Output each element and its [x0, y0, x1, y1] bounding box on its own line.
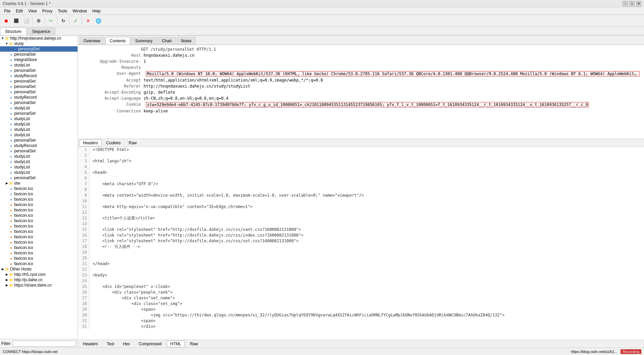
sub-tab-cookies[interactable]: Cookies: [102, 140, 124, 146]
tree-item-studylist-7[interactable]: ● studyList: [0, 154, 77, 159]
circle-icon: ●: [9, 154, 13, 159]
settings-button[interactable]: ⚙: [34, 16, 43, 26]
tree-favicon-3[interactable]: ● favicon.ico: [0, 197, 77, 202]
tree-item-studylist-8[interactable]: ● studyList: [0, 159, 77, 164]
maximize-button[interactable]: □: [629, 1, 635, 6]
tree-favicon-9[interactable]: ● favicon.ico: [0, 229, 77, 234]
menu-view[interactable]: View: [25, 7, 40, 14]
menu-window[interactable]: Window: [70, 7, 90, 14]
check-button[interactable]: ✓: [71, 16, 80, 26]
tree-favicon-12[interactable]: ● favicon.ico: [0, 245, 77, 250]
tree-other-hosts[interactable]: ▶ 📁 Other Hosts: [0, 266, 77, 272]
tree-h5-host[interactable]: ▶ 📁 http://h5.cyol.com: [0, 272, 77, 277]
resp-tab-headers[interactable]: Headers: [79, 341, 102, 347]
circle-icon: ●: [9, 73, 13, 78]
tree-item-personalset-8[interactable]: ● personalSet: [0, 111, 77, 116]
tab-overview[interactable]: Overview: [79, 37, 105, 45]
tree-favicon-14[interactable]: ● favicon.ico: [0, 256, 77, 261]
folder-icon: 📁: [9, 272, 13, 277]
tab-summary[interactable]: Summary: [131, 37, 157, 45]
item-label: studyList: [14, 63, 30, 67]
tree-favicon-1[interactable]: ● favicon.ico: [0, 186, 77, 191]
tree-share-host[interactable]: ▶ 📁 https://share.dahe.cn: [0, 283, 77, 288]
tree-item-personalset-1[interactable]: ● personalSet: [0, 46, 77, 52]
tree-item-integralstore[interactable]: ● integralStore: [0, 57, 77, 62]
refresh-button[interactable]: ↻: [59, 16, 68, 26]
resp-tab-compressed[interactable]: Compressed: [135, 341, 165, 347]
menu-help[interactable]: Help: [90, 7, 103, 14]
tree-item-studylist-3[interactable]: ● studyList: [0, 116, 77, 121]
tree-item-personalset-6[interactable]: ● personalSet: [0, 89, 77, 95]
line-number: 9: [78, 193, 90, 198]
item-label: personalSet: [14, 84, 36, 89]
line-number: 31: [78, 318, 90, 324]
minimize-button[interactable]: −: [623, 1, 628, 6]
tree-favicon-15[interactable]: ● favicon.ico: [0, 261, 77, 266]
record-button[interactable]: ⏺: [1, 16, 11, 26]
code-view[interactable]: 1 <!DOCTYPE html> 2 3 <html lang="zh"> 4…: [78, 147, 644, 340]
toolbar-sep-5: [82, 17, 82, 25]
code-line-4: 4: [78, 164, 644, 170]
tree-item-personalset-11[interactable]: ● personalSet: [0, 175, 77, 181]
tree-favicon-10[interactable]: ● favicon.ico: [0, 234, 77, 240]
tree-item-studylist-5[interactable]: ● studyList: [0, 127, 77, 132]
block-button[interactable]: ✕: [84, 16, 93, 26]
globe-button[interactable]: 🌐: [94, 16, 103, 26]
tree-item-studyrecord-1[interactable]: ● studyRecord: [0, 73, 77, 79]
tree-item-personalset-5[interactable]: ● personalSet: [0, 84, 77, 89]
tab-contents[interactable]: Contents: [105, 37, 130, 45]
tree-study-folder[interactable]: ▼ 📁 study: [0, 41, 77, 46]
window-controls: − □ ✕: [623, 1, 641, 6]
menu-tools[interactable]: Tools: [55, 7, 70, 14]
tree-favicon-8[interactable]: ● favicon.ico: [0, 223, 77, 229]
sub-tab-raw[interactable]: Raw: [125, 140, 141, 146]
tree-stw-folder[interactable]: ▶ 📁 stw: [0, 181, 77, 186]
tab-chart[interactable]: Chart: [157, 37, 176, 45]
tree-item-studyrecord-3[interactable]: ● studyRecord: [0, 143, 77, 148]
tree-item-personalset-7[interactable]: ● personalSet: [0, 100, 77, 105]
pen-button[interactable]: ✏: [46, 16, 56, 26]
tree-favicon-5[interactable]: ● favicon.ico: [0, 207, 77, 213]
tree-item-studylist-4[interactable]: ● studyList: [0, 121, 77, 127]
tree-root-host[interactable]: ▼ 📁 http://hnqndaxuexi.dahejs.cn: [0, 36, 77, 41]
tree-item-studylist-10[interactable]: ● studyList: [0, 170, 77, 175]
tree-favicon-13[interactable]: ● favicon.ico: [0, 250, 77, 256]
filter-input[interactable]: [13, 341, 76, 347]
menu-file[interactable]: File: [1, 7, 13, 14]
line-content: [90, 250, 93, 255]
tree-item-personalset-4[interactable]: ● personalSet: [0, 79, 77, 84]
tree-item-personalset-9[interactable]: ● personalSet: [0, 138, 77, 143]
circle-icon: ●: [9, 133, 13, 137]
tree-js-host[interactable]: ▶ 📁 http://js.dahe.cn: [0, 277, 77, 283]
resp-tab-raw[interactable]: Raw: [186, 341, 202, 347]
resp-tab-hex[interactable]: Hex: [119, 341, 133, 347]
resp-tab-text[interactable]: Text: [103, 341, 118, 347]
tab-notes[interactable]: Notes: [177, 37, 196, 45]
close-button[interactable]: ✕: [636, 1, 641, 6]
line-content: <!-- 引入组件 -->: [90, 244, 140, 250]
tree-item-studylist-2[interactable]: ● studyList: [0, 105, 77, 111]
tab-sequence[interactable]: Sequence: [27, 28, 55, 35]
tab-structure[interactable]: Structure: [0, 28, 26, 35]
clear-button[interactable]: ⬜: [21, 16, 31, 26]
tree-favicon-4[interactable]: ● favicon.ico: [0, 202, 77, 207]
tree-item-studylist-1[interactable]: ● studyList: [0, 62, 77, 68]
tree-item-personalset-2[interactable]: ● personalSet: [0, 52, 77, 57]
line-number: 21: [78, 261, 90, 267]
tree-item-personalset-10[interactable]: ● personalSet: [0, 148, 77, 154]
filter-label: Filter:: [1, 341, 11, 346]
tree-favicon-11[interactable]: ● favicon.ico: [0, 240, 77, 245]
sub-tab-headers[interactable]: Headers: [79, 140, 102, 146]
tree-item-studylist-6[interactable]: ● studyList: [0, 132, 77, 138]
menu-proxy[interactable]: Proxy: [40, 7, 55, 14]
tree-favicon-7[interactable]: ● favicon.ico: [0, 218, 77, 223]
tree-item-studylist-9[interactable]: ● studyList: [0, 164, 77, 170]
tree-item-studyrecord-2[interactable]: ● studyRecord: [0, 95, 77, 100]
tree-item-personalset-3[interactable]: ● personalSet: [0, 68, 77, 73]
tree-favicon-2[interactable]: ● favicon.ico: [0, 191, 77, 197]
stop-button[interactable]: ⬛: [11, 16, 21, 26]
resp-tab-html[interactable]: HTML: [167, 341, 185, 347]
line-content: <link rel="stylesheet" href="http://dxxf…: [90, 233, 304, 238]
menu-edit[interactable]: Edit: [13, 7, 25, 14]
tree-favicon-6[interactable]: ● favicon.ico: [0, 213, 77, 218]
